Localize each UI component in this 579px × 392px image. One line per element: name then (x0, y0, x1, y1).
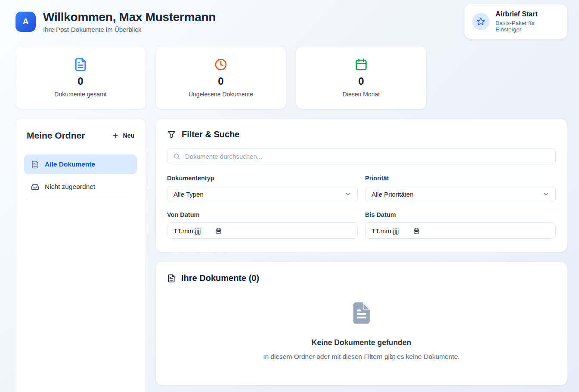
folders-panel: Meine Ordner Neu Alle Dokumente (15, 119, 146, 392)
folders-header: Meine Ordner Neu (24, 130, 137, 141)
documents-title-row: Ihre Dokumente (0) (167, 273, 556, 283)
calendar-icon (354, 58, 368, 71)
new-folder-label: Neu (123, 132, 134, 139)
new-folder-button[interactable]: Neu (112, 132, 134, 139)
header-text: Willkommen, Max Mustermann Ihre Post-Dok… (43, 10, 216, 33)
chevron-down-icon (542, 191, 549, 198)
document-type-value: Alle Typen (173, 191, 204, 198)
folder-list: Alle Dokumente Nicht zugeordnet (24, 154, 137, 199)
filter-panel: Filter & Suche Dokumententyp Alle Typen (156, 119, 567, 252)
main-row: Meine Ordner Neu Alle Dokumente (15, 119, 567, 392)
folder-divider (27, 199, 134, 199)
funnel-icon (167, 130, 176, 139)
search-box (167, 148, 556, 164)
stat-card-total: 0 Dokumente gesamt (15, 46, 146, 109)
priority-select[interactable]: Alle Prioritäten (365, 186, 556, 202)
avatar: A (15, 12, 36, 32)
dashboard-page: A Willkommen, Max Mustermann Ihre Post-D… (0, 0, 579, 392)
plan-card: Airbrief Start Basis-Paket für Einsteige… (464, 4, 567, 39)
stat-card-unread: 0 Ungelesene Dokumente (156, 46, 286, 109)
sidebar-item-alle-dokumente[interactable]: Alle Dokumente (24, 154, 137, 174)
main-column: Filter & Suche Dokumententyp Alle Typen (156, 119, 567, 385)
folder-item-label: Nicht zugeordnet (45, 183, 95, 191)
filter-title: Filter & Suche (182, 130, 239, 139)
priority-value: Alle Prioritäten (372, 191, 414, 198)
plan-text: Airbrief Start Basis-Paket für Einsteige… (495, 10, 559, 33)
field-date-from: Von Datum TT.mm.jjjj (167, 211, 358, 239)
stat-label-total: Dokumente gesamt (54, 91, 106, 98)
search-input[interactable] (167, 148, 556, 164)
field-priority: Priorität Alle Prioritäten (365, 175, 556, 202)
field-document-type: Dokumententyp Alle Typen (167, 175, 358, 202)
priority-label: Priorität (365, 175, 556, 182)
plan-name: Airbrief Start (495, 10, 559, 18)
stat-card-this-month: 0 Diesen Monat (296, 46, 426, 109)
empty-document-icon (349, 319, 374, 327)
stat-label-unread: Ungelesene Dokumente (189, 91, 253, 98)
clock-icon (214, 58, 228, 71)
plus-icon (112, 132, 119, 139)
calendar-icon[interactable] (413, 228, 420, 234)
folder-item-label: Alle Dokumente (45, 161, 95, 168)
date-to-label: Bis Datum (365, 211, 556, 218)
stat-value-total: 0 (77, 75, 83, 87)
sidebar-item-nicht-zugeordnet[interactable]: Nicht zugeordnet (24, 177, 137, 197)
documents-panel: Ihre Dokumente (0) Keine Dokument (156, 262, 567, 385)
stat-value-unread: 0 (218, 75, 223, 87)
plan-description: Basis-Paket für Einsteiger (495, 20, 559, 33)
stat-label-this-month: Diesen Monat (343, 91, 380, 98)
field-date-to: Bis Datum TT.mm.jjjj (365, 211, 556, 239)
file-text-icon (167, 274, 176, 283)
empty-state-title: Keine Dokumente gefunden (167, 338, 556, 347)
file-text-icon (31, 161, 39, 169)
filter-fields: Dokumententyp Alle Typen Priorität Alle … (167, 175, 556, 239)
star-icon (472, 13, 489, 30)
date-to-input[interactable]: TT.mm.jjjj (365, 222, 556, 239)
stat-value-this-month: 0 (358, 75, 364, 87)
filter-title-row: Filter & Suche (167, 130, 556, 139)
date-from-input[interactable]: TT.mm.jjjj (167, 222, 358, 239)
stats-row: 0 Dokumente gesamt 0 Ungelesene Dokument… (15, 46, 567, 109)
calendar-icon[interactable] (215, 228, 222, 234)
page-title: Willkommen, Max Mustermann (43, 10, 216, 24)
document-type-select[interactable]: Alle Typen (167, 186, 358, 202)
page-subtitle: Ihre Post-Dokumente im Überblick (43, 26, 216, 33)
file-text-icon (74, 58, 87, 71)
inbox-icon (31, 183, 39, 191)
document-type-label: Dokumententyp (167, 175, 358, 182)
date-from-value: TT.mm.jjjj (173, 227, 201, 235)
chevron-down-icon (344, 191, 351, 198)
header: A Willkommen, Max Mustermann Ihre Post-D… (15, 4, 567, 39)
folders-title: Meine Ordner (27, 130, 85, 141)
date-to-value: TT.mm.jjjj (372, 227, 399, 235)
empty-state: Keine Dokumente gefunden In diesem Ordne… (167, 300, 556, 361)
search-icon (173, 153, 180, 162)
date-from-label: Von Datum (167, 211, 358, 218)
documents-title: Ihre Dokumente (0) (181, 273, 259, 283)
empty-state-description: In diesem Ordner oder mit diesen Filtern… (167, 353, 556, 361)
